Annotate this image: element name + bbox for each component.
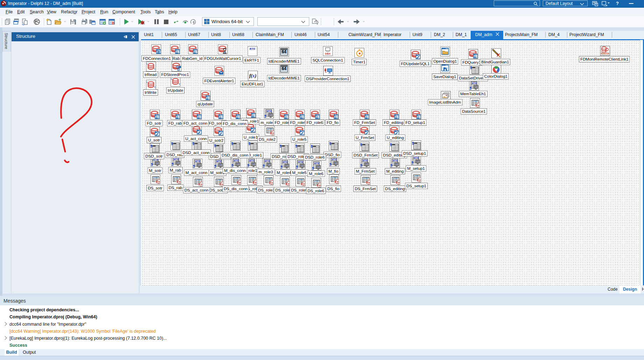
svg-text:64: 64: [282, 66, 286, 71]
svg-text:f(x): f(x): [249, 73, 256, 79]
svg-text:RTF: RTF: [250, 47, 256, 51]
svg-text:MONITOR: MONITOR: [601, 53, 609, 55]
svg-text:DBX: DBX: [325, 52, 331, 55]
svg-text:64: 64: [282, 49, 286, 54]
